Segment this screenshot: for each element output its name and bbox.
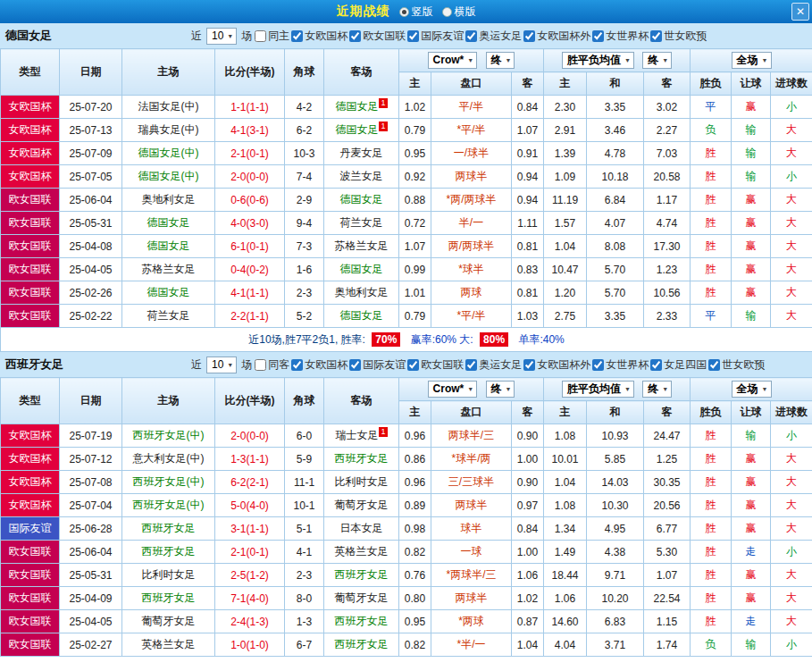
handicap-result: 输 [732,424,771,448]
competition-filter-checkbox[interactable] [592,30,604,42]
avg-draw: 6.83 [587,610,644,633]
avg-odds-select[interactable]: 胜平负均值▼ [562,381,634,398]
competition-filter[interactable]: 女世界杯 [592,29,649,44]
competition-filter[interactable]: 女足四国 [650,357,707,373]
same-venue-filter[interactable]: 同主 [255,29,289,44]
titlebar: 近期战绩 竖版 横版 ✕ [0,0,812,23]
goals-result: 小 [771,541,812,564]
competition-filter[interactable]: 女世界杯 [592,357,649,373]
competition-filter[interactable]: 世女欧预 [708,357,765,373]
competition-filter[interactable]: 女欧国杯外 [523,29,590,44]
result: 胜 [691,471,732,494]
competition-type: 欧女国联 [1,564,60,587]
team-label: 西班牙女足 [335,638,389,650]
away-team: 葡萄牙女足 [324,587,399,610]
home-odds: 0.92 [399,165,431,189]
result: 胜 [691,142,732,165]
match-row: 欧女国联25-02-26德国女足4-1(1-1)2-3奥地利女足1.01两球0.… [1,281,812,305]
away-odds: 1.03 [512,305,544,328]
goals-result: 大 [771,471,812,494]
competition-filter-checkbox[interactable] [349,359,361,371]
avg-odds-select[interactable]: 胜平负均值▼ [562,52,634,69]
away-odds: 0.97 [512,494,544,517]
away-team: 西班牙女足 [324,448,399,471]
col-type: 类型 [1,49,60,96]
competition-filter-checkbox[interactable] [349,30,361,42]
home-team: 西班牙女足(中) [122,424,215,448]
close-button[interactable]: ✕ [791,3,809,21]
match-count-select[interactable]: 10▼ [206,28,237,45]
col-avg-home: 主 [544,72,587,96]
team-label: 荷兰女足 [340,216,383,229]
avg-final-select[interactable]: 终▼ [642,52,672,69]
avg-draw: 3.46 [587,119,644,142]
match-row: 女欧国杯25-07-20法国女足(中)1-1(1-1)4-2德国女足11.02平… [1,96,812,119]
away-odds: 0.83 [512,258,544,281]
competition-filter-checkbox[interactable] [592,359,604,371]
competition-type: 女欧国杯 [1,471,60,494]
col-odds-away: 客 [512,401,544,424]
fulltime-select[interactable]: 全场▼ [732,52,772,69]
competition-filter-checkbox[interactable] [407,359,419,371]
competition-filter-checkbox[interactable] [523,30,535,42]
col-avg-draw: 和 [587,72,644,96]
match-date: 25-06-04 [60,541,122,564]
goals-result: 大 [771,610,812,633]
odds-company-select[interactable]: Crow*▼ [428,52,478,69]
same-venue-checkbox[interactable] [255,359,266,371]
competition-type: 女欧国杯 [1,142,60,165]
corners: 1-6 [285,258,324,281]
match-date: 25-06-28 [60,517,122,541]
competition-filter[interactable]: 奥运女足 [465,357,522,373]
competition-filter-checkbox[interactable] [650,30,662,42]
competition-filter[interactable]: 奥运女足 [465,29,522,44]
competition-filter-checkbox[interactable] [650,359,662,371]
competition-filter-checkbox[interactable] [708,359,720,371]
competition-filter[interactable]: 国际友谊 [349,357,406,373]
avg-final-select[interactable]: 终▼ [642,381,672,398]
score: 6-2(2-1) [215,471,285,494]
competition-filter[interactable]: 欧女国联 [407,357,464,373]
competition-filter-checkbox[interactable] [465,30,477,42]
team-label: 比利时女足 [142,568,196,581]
competition-filter-label: 欧女国联 [421,357,464,373]
avg-away: 20.56 [644,494,691,517]
layout-option-horizontal[interactable]: 横版 [442,4,476,20]
match-count-select[interactable]: 10▼ [206,356,237,373]
layout-option-vertical[interactable]: 竖版 [399,4,433,20]
home-odds: 1.07 [399,235,431,258]
competition-type: 女欧国杯 [1,448,60,471]
competition-filter[interactable]: 女欧国杯 [291,357,347,373]
avg-away: 24.47 [644,424,691,448]
same-venue-checkbox[interactable] [255,30,266,42]
avg-away: 2.33 [644,305,691,328]
competition-filter-checkbox[interactable] [407,30,419,42]
handicap: *平/半 [431,119,512,142]
same-venue-label: 同客 [268,357,289,373]
competition-filter[interactable]: 国际友谊 [407,29,464,44]
home-team: 法国女足(中) [122,96,215,119]
competition-filter-checkbox[interactable] [465,359,477,371]
competition-type: 欧女国联 [1,189,60,212]
same-venue-filter[interactable]: 同客 [255,357,289,373]
competition-filter-checkbox[interactable] [291,359,303,371]
odds-final-select[interactable]: 终▼ [486,381,515,398]
competition-filter[interactable]: 世女欧预 [650,29,707,44]
competition-filter[interactable]: 欧女国联 [349,29,406,44]
fulltime-select[interactable]: 全场▼ [732,381,772,398]
avg-home: 14.60 [544,610,587,633]
competition-filter[interactable]: 女欧国杯外 [523,357,590,373]
odds-final-select[interactable]: 终▼ [486,52,515,69]
competition-filter-label: 世女欧预 [664,29,707,44]
away-team: 西班牙女足 [324,633,399,657]
competition-filter[interactable]: 女欧国杯 [291,29,347,44]
home-team: 苏格兰女足 [122,258,215,281]
competition-filter-checkbox[interactable] [291,30,303,42]
avg-away: 6.77 [644,517,691,541]
match-row: 女欧国杯25-07-08西班牙女足(中)6-2(2-1)11-1比利时女足0.9… [1,471,812,494]
competition-filter-checkbox[interactable] [523,359,535,371]
odds-company-select[interactable]: Crow*▼ [428,381,478,398]
avg-away: 1.74 [644,633,691,657]
team-label: 日本女足 [340,522,383,534]
avg-draw: 5.70 [587,258,644,281]
